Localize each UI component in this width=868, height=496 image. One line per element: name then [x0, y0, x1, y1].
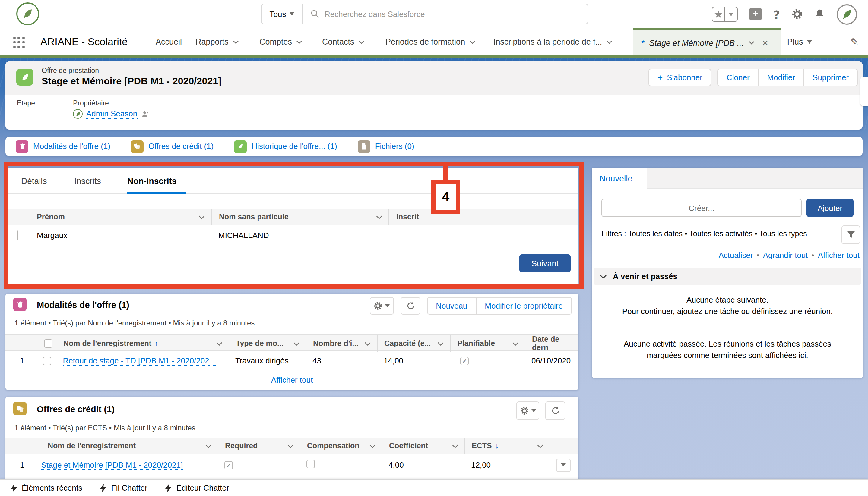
chevron-down-icon[interactable]	[233, 40, 239, 44]
quicklink-label[interactable]: Historique de l'offre... (1)	[252, 142, 337, 151]
modifier-proprietaire-button[interactable]: Modifier le propriétaire	[476, 297, 572, 314]
record-link[interactable]: Stage et Mémoire [PDB M1 - 2020/2021]	[41, 460, 183, 470]
chevron-down-icon[interactable]	[452, 444, 459, 448]
column-nom-enregistrement[interactable]: Nom de l'enregistrement ↑	[5, 335, 229, 352]
related-list-title[interactable]: Modalités de l'offre (1)	[37, 300, 130, 310]
column-nom-enregistrement[interactable]: Nom de l'enregistrement	[5, 438, 218, 454]
quicklink-label[interactable]: Fichiers (0)	[375, 142, 414, 151]
column-nom-sans-particule[interactable]: Nom sans particule	[211, 209, 388, 225]
quicklink-offres-de-credit[interactable]: Offres de crédit (1)	[131, 140, 213, 153]
afficher-tout-link[interactable]: Afficher tout	[818, 251, 859, 260]
nav-tab-rapports[interactable]: Rapports	[195, 28, 239, 56]
column-coefficient[interactable]: Coefficient	[382, 438, 464, 454]
column-type[interactable]: Type de mo...	[229, 335, 306, 352]
refresh-button[interactable]	[545, 401, 565, 420]
column-planifiable[interactable]: Planifiable	[450, 335, 525, 352]
table-row[interactable]: 1 Retour de stage - TD [PDB M1 - 2020/20…	[5, 351, 579, 371]
owner-link[interactable]: Admin Season	[86, 109, 137, 119]
column-required[interactable]: Required	[218, 438, 300, 454]
table-row[interactable]: 1 Stage et Mémoire [PDB M1 - 2020/2021] …	[5, 454, 579, 476]
ajouter-button[interactable]: Ajouter	[807, 199, 854, 217]
nav-tab-periodes-de-formation[interactable]: Périodes de formation	[386, 28, 475, 56]
chevron-down-icon[interactable]	[198, 215, 205, 219]
edit-navigation-pencil-icon[interactable]: ✎	[851, 28, 859, 56]
column-ects[interactable]: ECTS ↓	[464, 438, 550, 454]
chevron-down-icon[interactable]	[376, 215, 383, 219]
nav-tab-plus[interactable]: Plus	[787, 28, 812, 56]
dock-fil-chatter[interactable]: Fil Chatter	[101, 483, 148, 492]
nouveau-button[interactable]: Nouveau	[427, 297, 476, 314]
tab-details[interactable]: Détails	[21, 168, 47, 194]
follow-button[interactable]: + S'abonner	[648, 69, 712, 86]
right-rail-handle[interactable]	[860, 77, 868, 106]
chevron-down-icon[interactable]	[469, 40, 475, 44]
quicklink-label[interactable]: Modalités de l'offre (1)	[33, 142, 110, 151]
change-owner-icon[interactable]	[141, 110, 149, 118]
user-avatar[interactable]	[837, 4, 857, 25]
row-checkbox[interactable]	[43, 356, 51, 365]
list-settings-button[interactable]	[370, 297, 393, 314]
select-all-checkbox[interactable]	[44, 339, 53, 348]
record-link[interactable]: Retour de stage - TD [PDB M1 - 2020/202.…	[63, 356, 216, 366]
chevron-down-icon[interactable]	[293, 341, 300, 346]
help-icon[interactable]: ?	[773, 7, 780, 21]
clone-button[interactable]: Cloner	[718, 69, 759, 86]
nav-tab-inscriptions[interactable]: Inscriptions à la période de f...	[493, 28, 612, 56]
column-date[interactable]: Date de dern	[525, 335, 579, 352]
favorites-control[interactable]	[712, 6, 738, 22]
column-prenom[interactable]: Prénom	[30, 209, 211, 225]
afficher-tout-link[interactable]: Afficher tout	[5, 375, 579, 385]
filter-button[interactable]	[841, 226, 860, 244]
quicklink-modalites[interactable]: Modalités de l'offre (1)	[16, 140, 110, 153]
chevron-down-icon[interactable]	[606, 40, 612, 44]
chevron-down-icon[interactable]	[296, 40, 302, 44]
chevron-down-icon[interactable]	[369, 444, 376, 448]
favorite-star-icon[interactable]	[713, 7, 724, 21]
row-select-radio[interactable]	[17, 230, 18, 240]
quicklink-historique[interactable]: Historique de l'offre... (1)	[234, 140, 337, 153]
chevron-down-icon[interactable]	[216, 341, 223, 346]
notifications-bell-icon[interactable]	[814, 9, 825, 20]
chevron-down-icon[interactable]	[359, 40, 365, 44]
quicklink-fichiers[interactable]: Fichiers (0)	[358, 140, 414, 153]
global-search-input[interactable]	[325, 9, 587, 18]
dock-elements-recents[interactable]: Éléments récents	[11, 483, 83, 492]
search-scope-button[interactable]: Tous	[262, 4, 303, 24]
tab-inscrits[interactable]: Inscrits	[74, 168, 101, 194]
create-activity-input[interactable]	[601, 199, 802, 217]
related-list-title[interactable]: Offres de crédit (1)	[37, 404, 115, 414]
chevron-down-icon[interactable]	[749, 41, 754, 45]
nav-tab-contacts[interactable]: Contacts	[322, 28, 365, 56]
tab-non-inscrits[interactable]: Non-inscrits	[127, 168, 177, 194]
row-actions-button[interactable]	[556, 458, 571, 471]
close-tab-icon[interactable]: ✕	[762, 38, 768, 47]
nav-tab-comptes[interactable]: Comptes	[259, 28, 302, 56]
nav-tab-accueil[interactable]: Accueil	[155, 28, 182, 56]
chevron-down-icon[interactable]	[287, 444, 294, 448]
column-nombre[interactable]: Nombre d'i...	[306, 335, 377, 352]
chevron-down-icon[interactable]	[364, 341, 371, 346]
edit-button[interactable]: Modifier	[759, 69, 804, 86]
column-inscrit[interactable]: Inscrit	[388, 209, 579, 225]
list-settings-button[interactable]	[517, 401, 539, 420]
table-row[interactable]: Margaux MICHALLAND	[5, 226, 579, 245]
suivant-button[interactable]: Suivant	[519, 254, 571, 273]
refresh-button[interactable]	[400, 297, 420, 314]
quicklink-label[interactable]: Offres de crédit (1)	[148, 142, 213, 151]
chevron-down-icon[interactable]	[205, 444, 212, 448]
favorites-dropdown-icon[interactable]	[724, 7, 737, 21]
setup-gear-icon[interactable]	[791, 9, 803, 20]
tab-nouvelle[interactable]: Nouvelle ...	[592, 168, 647, 189]
column-compensation[interactable]: Compensation	[300, 438, 382, 454]
section-a-venir-et-passes[interactable]: À venir et passés	[594, 267, 862, 285]
nav-tab-stage-et-memoire-active[interactable]: * Stage et Mémoire [PDB ... ✕	[633, 28, 780, 56]
global-actions-icon[interactable]: +	[749, 8, 762, 20]
chevron-down-icon[interactable]	[437, 341, 444, 346]
delete-button[interactable]: Supprimer	[804, 69, 858, 86]
app-launcher-icon[interactable]	[13, 37, 25, 48]
chevron-down-icon[interactable]	[512, 341, 519, 346]
dock-editeur-chatter[interactable]: Éditeur Chatter	[166, 483, 229, 492]
agrandir-tout-link[interactable]: Agrandir tout	[763, 251, 808, 260]
chevron-down-icon[interactable]	[537, 444, 543, 448]
column-capacite[interactable]: Capacité (e...	[377, 335, 450, 352]
